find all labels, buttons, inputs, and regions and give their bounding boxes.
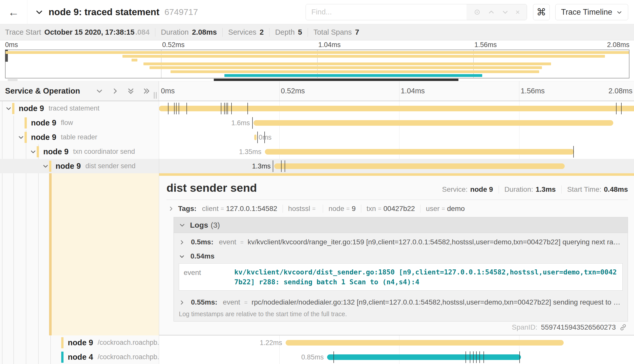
service-name: node 9 xyxy=(56,162,81,171)
back-arrow-icon: ← xyxy=(8,6,19,18)
span-row-selected[interactable]: node 9 dist sender send 1.3ms xyxy=(0,159,634,173)
tags-toggle-row[interactable]: Tags: client=127.0.0.1:54582 hostssl= no… xyxy=(166,200,628,217)
span-timeline-cell[interactable]: 1.3ms xyxy=(159,159,634,173)
span-row[interactable]: node 9 txn coordinator send 1.35ms xyxy=(0,144,634,159)
minimap-span-bar xyxy=(224,74,482,77)
trace-duration: Duration 2.08ms xyxy=(155,28,222,36)
span-bar[interactable] xyxy=(274,163,565,169)
logs-section: Logs (3) 0.5ms: event = kv/kvclient/kvco… xyxy=(174,217,628,322)
log-marker-tick xyxy=(168,103,168,114)
minimap-time-labels: 0ms 0.52ms 1.04ms 1.56ms 2.08ms xyxy=(5,41,629,49)
find-input[interactable] xyxy=(306,4,467,20)
log-marker-tick xyxy=(466,351,466,363)
selected-span-color-bar xyxy=(49,173,52,335)
span-bar[interactable] xyxy=(159,106,634,111)
log-field-table: event kv/kvclient/kvcoord/dist_sender.go… xyxy=(179,263,623,291)
prev-match-icon[interactable] xyxy=(488,9,495,16)
span-timeline-cell[interactable]: 0ms xyxy=(159,130,634,144)
chevron-right-icon xyxy=(179,299,185,306)
span-timeline-cell[interactable]: 0.85ms xyxy=(159,350,634,364)
span-tree-item[interactable]: node 9 traced statement xyxy=(0,101,159,116)
span-detail-title: dist sender send xyxy=(166,181,257,195)
expand-one-icon[interactable] xyxy=(111,87,119,95)
chevron-down-icon[interactable] xyxy=(30,148,37,155)
log-marker-tick xyxy=(174,103,175,114)
span-row[interactable]: node 9 traced statement xyxy=(0,101,634,116)
span-row[interactable]: node 9 table reader 0ms xyxy=(0,130,634,144)
span-timeline-cell[interactable]: 1.35ms xyxy=(159,144,634,159)
service-color-bar xyxy=(12,103,14,114)
span-tree-item[interactable]: node 9 table reader xyxy=(0,130,159,144)
trace-total-spans: Total Spans 7 xyxy=(308,28,365,36)
divider xyxy=(283,205,283,213)
span-duration-label: 1.6ms xyxy=(159,119,250,127)
log-marker-tick xyxy=(621,103,622,114)
column-resize-handle[interactable] xyxy=(154,92,157,99)
span-tree-item[interactable]: node 4 /cockroach.roachpb.I... xyxy=(0,350,159,364)
log-marker-tick xyxy=(231,103,232,114)
logs-toggle-header[interactable]: Logs (3) xyxy=(174,217,628,233)
span-id-row: SpanID: 5597415943526560273 xyxy=(512,323,627,331)
span-bar[interactable] xyxy=(254,135,257,140)
next-match-icon[interactable] xyxy=(502,9,509,16)
span-duration-label: 1.35ms xyxy=(159,148,261,156)
ruler-gridline xyxy=(519,81,519,101)
focus-match-icon[interactable] xyxy=(473,8,481,16)
clear-search-icon[interactable]: × xyxy=(515,8,520,16)
minimap-span-bar xyxy=(171,70,539,73)
span-timeline-cell[interactable]: 1.6ms xyxy=(159,116,634,130)
span-timeline-cell[interactable] xyxy=(159,101,634,116)
span-duration-label: 0ms xyxy=(259,133,271,141)
back-button[interactable]: ← xyxy=(0,0,27,24)
minimap-scrollbar-piece[interactable] xyxy=(8,79,18,81)
log-marker-tick xyxy=(224,103,225,114)
collapse-all-icon[interactable] xyxy=(127,87,135,95)
minimap-span-bar xyxy=(143,62,551,65)
span-bar[interactable] xyxy=(286,340,563,346)
trace-id: 6749717 xyxy=(164,7,198,17)
keyboard-shortcuts-button[interactable]: ⌘ xyxy=(533,4,550,20)
span-bar[interactable] xyxy=(253,120,613,126)
span-row[interactable]: node 9 /cockroach.roachpb.I... 1.22ms xyxy=(0,335,634,350)
span-row[interactable]: node 9 flow 1.6ms xyxy=(0,116,634,130)
span-timeline-cell[interactable]: 1.22ms xyxy=(159,335,634,350)
span-bar[interactable] xyxy=(327,354,521,360)
span-row[interactable]: node 4 /cockroach.roachpb.I... 0.85ms xyxy=(0,350,634,364)
chevron-down-icon xyxy=(179,222,185,228)
log-marker-tick xyxy=(186,103,187,114)
chevron-down-icon[interactable] xyxy=(18,134,25,141)
collapse-one-icon[interactable] xyxy=(96,87,103,95)
service-name: node 4 xyxy=(68,353,93,362)
divider xyxy=(499,185,499,194)
span-tree-item[interactable]: node 9 flow xyxy=(0,116,159,130)
span-tree-item[interactable]: node 9 /cockroach.roachpb.I... xyxy=(0,335,159,350)
trace-depth: Depth 5 xyxy=(269,28,308,36)
minimap-span-bar xyxy=(150,66,542,69)
column-divider[interactable] xyxy=(159,101,159,364)
operation-name: dist sender send xyxy=(85,162,135,170)
span-tree-item[interactable]: node 9 txn coordinator send xyxy=(0,144,159,159)
chevron-down-icon[interactable] xyxy=(42,163,49,169)
service-name: node 9 xyxy=(68,338,93,347)
span-detail-row: dist sender send Service:node 9 Duration… xyxy=(0,173,634,335)
minimap-canvas[interactable] xyxy=(5,50,629,78)
log-marker-tick xyxy=(483,351,484,363)
view-selector-button[interactable]: Trace Timeline xyxy=(555,4,628,20)
expand-all-icon[interactable] xyxy=(143,87,150,95)
trace-minimap: 0ms 0.52ms 1.04ms 1.56ms 2.08ms xyxy=(0,40,634,81)
chevron-down-icon[interactable] xyxy=(5,105,12,112)
find-bar: × xyxy=(306,4,527,20)
span-bar[interactable] xyxy=(265,149,574,155)
minimap-viewport-scrollbar[interactable] xyxy=(214,79,458,81)
operation-name: txn coordinator send xyxy=(73,148,135,156)
collapse-trace-chevron-icon[interactable] xyxy=(35,8,44,16)
span-tree-item[interactable]: node 9 dist sender send xyxy=(0,159,159,173)
trace-info-bar: Trace Start October 15 2020, 17:38:15 .0… xyxy=(0,24,634,40)
chevron-down-icon xyxy=(616,8,622,17)
service-color-bar xyxy=(49,161,51,172)
log-entry[interactable]: 0.5ms: event = kv/kvclient/kvcoord/range… xyxy=(174,233,628,251)
log-marker-tick xyxy=(281,160,282,172)
link-icon[interactable] xyxy=(619,324,627,331)
log-entry-expanded-header[interactable]: 0.54ms xyxy=(174,251,628,263)
log-entry[interactable]: 0.55ms: event = rpc/nodedialer/nodediale… xyxy=(174,295,628,310)
